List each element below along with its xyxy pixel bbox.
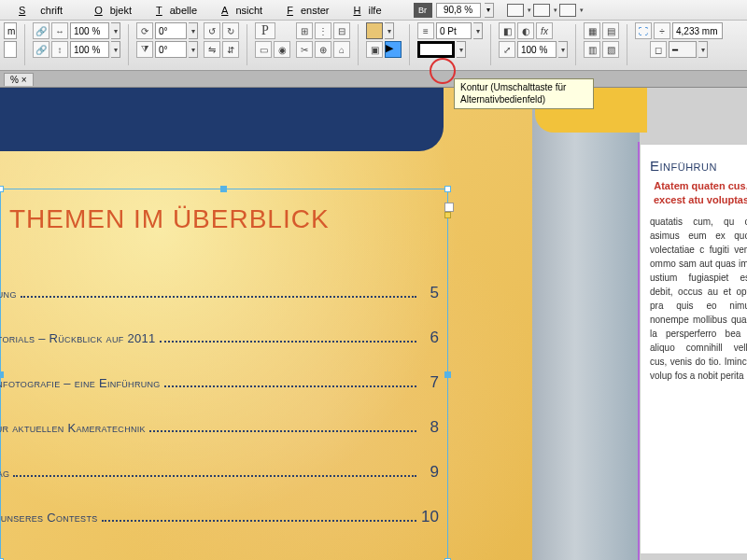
right-body-text: quatatis cum, qu os asimus eum ex quos v… [641,215,747,383]
document-canvas[interactable]: THEMEN IM ÜBERBLICK rung5 utorials – Rüc… [0,88,747,560]
toc-row: utorials – Rückblick auf 20116 [0,329,439,347]
tooltip: Kontur (Umschalttaste für Alternativbedi… [454,78,594,109]
document-tab-bar: % × [0,71,747,88]
toc-row: zur aktuellen Kameratechnik8 [0,418,439,437]
opacity-icon[interactable]: ◐ [517,22,534,39]
misc-icon-6[interactable]: ⌂ [333,41,350,58]
right-heading: Einführun [641,145,747,179]
control-toolbar: m 🔗 ↔ 100 % ▾ 🔗 ↕ 100 % ▾ ⟳ 0° ▾ ⧩ 0° ▾ [0,21,747,71]
screen-mode-icon[interactable] [507,4,524,17]
rot-cw-icon[interactable]: ↻ [222,22,239,39]
toc-row: enfotografie – eine Einführung7 [0,373,439,392]
menu-schrift[interactable]: Schrift [4,3,78,18]
wrap-icon-2[interactable]: ▤ [602,22,619,39]
right-subheading: Atatem quaten cus, excest atu voluptas [641,179,747,215]
arrange-docs-icon[interactable] [533,4,550,17]
apply-fill-icon[interactable]: ▣ [366,41,383,58]
rotate-icon: ⟳ [136,22,153,39]
menu-fenster[interactable]: Fenster [272,3,336,18]
paragraph-icon[interactable]: P [255,22,275,39]
document-tab[interactable]: % × [4,73,34,86]
blue-header-band [0,88,444,151]
right-page-textframe: Einführun Atatem quaten cus, excest atu … [640,144,747,554]
link-icon[interactable]: 🔗 [33,22,49,39]
select-content-icon[interactable]: ◉ [274,41,290,58]
stroke-style-swatch[interactable] [417,41,455,58]
view-options-icon[interactable] [559,4,576,17]
width-icon: ↔ [51,22,68,39]
percent-icon: ⤢ [499,41,515,58]
height-icon: ↕ [51,41,68,58]
wrap-icon-3[interactable]: ▥ [584,41,600,58]
menu-bar: Schrift Objekt Tabelle Ansicht Fenster H… [0,0,747,21]
spine-gutter [532,88,640,560]
scale-y-field[interactable]: 100 % [70,41,109,58]
fill-swatch[interactable] [366,22,383,39]
rotate-field[interactable]: 0° [155,22,187,39]
misc-icon-5[interactable]: ⊕ [315,41,331,58]
crop-icon[interactable]: ⛶ [635,22,652,39]
zoom-field[interactable] [436,3,481,18]
wrap-icon-4[interactable]: ▧ [602,41,619,58]
misc-icon-3[interactable]: ⊟ [333,22,350,39]
menu-ansicht[interactable]: Ansicht [206,3,270,18]
menu-hilfe[interactable]: Hilfe [339,3,389,18]
misc-icon-2[interactable]: ⋮ [315,22,331,39]
toc-row: rung5 [0,284,439,302]
shear-field[interactable]: 0° [155,41,187,58]
zoom-dropdown[interactable]: ▾ [485,3,494,18]
effects-icon[interactable]: ◧ [499,22,515,39]
corner-radius-field[interactable]: 4,233 mm [672,22,723,39]
wrap-icon-1[interactable]: ▦ [584,22,600,39]
fx-button[interactable]: fx [536,22,553,39]
toc-row: r unseres Contests10 [0,508,439,526]
opacity-field[interactable]: 100 % [517,41,557,58]
toc-row: rag9 [0,463,439,482]
rot-ccw-icon[interactable]: ↺ [204,22,220,39]
stroke-weight-field[interactable]: 0 Pt [436,22,472,39]
stroke-panel-button[interactable]: ▶ [385,41,402,58]
shear-icon: ⧩ [136,41,153,58]
flip-v-icon[interactable]: ⇵ [222,41,239,58]
toc-list: rung5 utorials – Rückblick auf 20116 enf… [0,284,439,553]
corner-shape-icon[interactable]: ◻ [650,41,667,58]
left-page: THEMEN IM ÜBERBLICK rung5 utorials – Rüc… [0,88,532,560]
corner-stepper-icon: ÷ [654,22,670,39]
menu-tabelle[interactable]: Tabelle [141,3,204,18]
select-container-icon[interactable]: ▭ [255,41,272,58]
stroke-weight-icon: ≡ [417,22,434,39]
flip-h-icon[interactable]: ⇋ [204,41,220,58]
misc-icon-1[interactable]: ⊞ [296,22,313,39]
text-outport[interactable] [444,203,454,212]
misc-icon-4[interactable]: ✂ [296,41,313,58]
bridge-icon[interactable]: Br [414,3,432,18]
scale-x-field[interactable]: 100 % [70,22,109,39]
unit-label: m [4,22,17,39]
menu-objekt[interactable]: Objekt [79,3,139,18]
